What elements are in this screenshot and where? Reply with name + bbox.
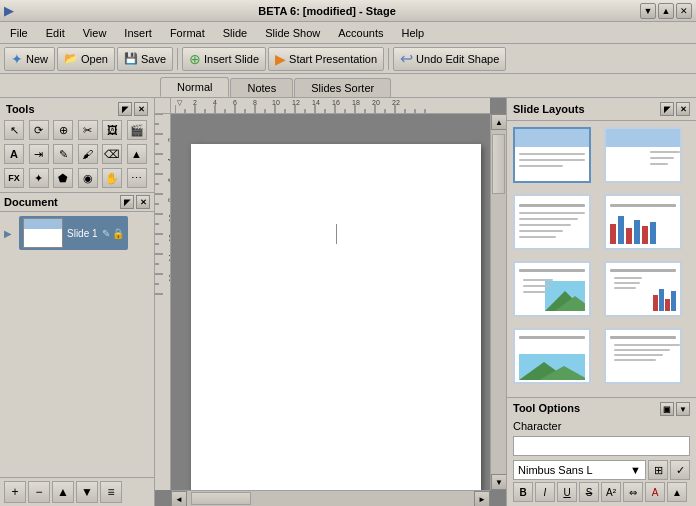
layout-lines-chart[interactable] xyxy=(604,261,682,317)
tool-image[interactable]: 🖼 xyxy=(102,120,122,140)
svg-text:14: 14 xyxy=(312,99,320,106)
slide-1-item[interactable]: Slide 1 ✎ 🔒 xyxy=(19,216,128,250)
tool-film[interactable]: 🎬 xyxy=(127,120,147,140)
layout-lines-only[interactable] xyxy=(513,194,591,250)
tools-float-button[interactable]: ◤ xyxy=(118,102,132,116)
slide-add-button[interactable]: + xyxy=(4,481,26,503)
layout-landscape[interactable] xyxy=(513,261,591,317)
tools-close-button[interactable]: ✕ xyxy=(134,102,148,116)
tool-options-float-button[interactable]: ▣ xyxy=(660,402,674,416)
tool-text[interactable]: A xyxy=(4,144,24,164)
tool-fill[interactable]: ▲ xyxy=(127,144,147,164)
tool-spray[interactable]: ◉ xyxy=(78,168,98,188)
insert-slide-button[interactable]: ⊕ Insert Slide xyxy=(182,47,266,71)
slide-thumb-blue xyxy=(24,219,62,229)
undo-edit-shape-icon: ↩ xyxy=(400,49,413,68)
tab-slides-sorter[interactable]: Slides Sorter xyxy=(294,78,391,97)
tool-zoom[interactable]: ⊕ xyxy=(53,120,73,140)
lt-line-5a xyxy=(519,269,585,272)
open-button[interactable]: 📂 Open xyxy=(57,47,115,71)
scroll-left-button[interactable]: ◄ xyxy=(171,491,187,506)
slide-remove-button[interactable]: − xyxy=(28,481,50,503)
lt-mountain-bottom xyxy=(519,354,585,380)
lt-mountain-bottom-svg xyxy=(519,354,585,380)
maximize-button[interactable]: ▲ xyxy=(658,3,674,19)
tool-brush[interactable]: 🖌 xyxy=(78,144,98,164)
layout-lines-right[interactable] xyxy=(604,328,682,384)
menu-edit[interactable]: Edit xyxy=(38,25,73,41)
font-preview-input[interactable] xyxy=(513,436,690,456)
scroll-thumb-h[interactable] xyxy=(191,492,251,505)
tool-hand[interactable]: ✋ xyxy=(102,168,122,188)
tool-crop[interactable]: ✂ xyxy=(78,120,98,140)
slide-layouts-header: Slide Layouts ◤ ✕ xyxy=(507,98,696,121)
slide-list: ▶ Slide 1 ✎ 🔒 xyxy=(0,212,154,477)
menu-insert[interactable]: Insert xyxy=(116,25,160,41)
superscript-button[interactable]: A² xyxy=(601,482,621,502)
tool-paint-bucket[interactable]: ⬟ xyxy=(53,168,73,188)
tab-normal[interactable]: Normal xyxy=(160,77,229,97)
toolbar: ✦ New 📂 Open 💾 Save ⊕ Insert Slide ▶ Sta… xyxy=(0,44,696,74)
layouts-close-button[interactable]: ✕ xyxy=(676,102,690,116)
start-presentation-button[interactable]: ▶ Start Presentation xyxy=(268,47,384,71)
font-more-button[interactable]: ⊞ xyxy=(648,460,668,480)
new-label: New xyxy=(26,53,48,65)
scroll-up-button[interactable]: ▲ xyxy=(491,114,506,130)
slide-canvas[interactable] xyxy=(191,144,481,490)
layout-title-content[interactable] xyxy=(513,127,591,183)
minimize-button[interactable]: ▼ xyxy=(640,3,656,19)
slide-list-button[interactable]: ≡ xyxy=(100,481,122,503)
tool-select[interactable]: ↖ xyxy=(4,120,24,140)
tool-color-picker[interactable]: ✦ xyxy=(29,168,49,188)
spacing-button[interactable]: ⇔ xyxy=(623,482,643,502)
slide-viewport xyxy=(171,114,490,490)
menu-file[interactable]: File xyxy=(2,25,36,41)
scroll-right-button[interactable]: ► xyxy=(474,491,490,506)
titlebar: ▶ BETA 6: [modified] - Stage ▼ ▲ ✕ xyxy=(0,0,696,22)
close-button[interactable]: ✕ xyxy=(676,3,692,19)
layouts-float-button[interactable]: ◤ xyxy=(660,102,674,116)
scrollbar-vertical[interactable]: ▲ ▼ xyxy=(490,114,506,490)
tool-pencil[interactable]: ✎ xyxy=(53,144,73,164)
right-panel: Slide Layouts ◤ ✕ xyxy=(506,98,696,506)
layout-bar-chart[interactable] xyxy=(604,194,682,250)
bold-button[interactable]: B xyxy=(513,482,533,502)
menu-accounts[interactable]: Accounts xyxy=(330,25,391,41)
tool-eraser[interactable]: ⌫ xyxy=(102,144,122,164)
menu-slide[interactable]: Slide xyxy=(215,25,255,41)
layout-title-lines[interactable] xyxy=(604,127,682,183)
italic-button[interactable]: I xyxy=(535,482,555,502)
insert-slide-icon: ⊕ xyxy=(189,51,201,67)
highlight-button[interactable]: ▲ xyxy=(667,482,687,502)
underline-button[interactable]: U xyxy=(557,482,577,502)
scroll-down-button[interactable]: ▼ xyxy=(491,474,506,490)
doc-float-button[interactable]: ◤ xyxy=(120,195,134,209)
menu-view[interactable]: View xyxy=(75,25,115,41)
font-apply-button[interactable]: ✓ xyxy=(670,460,690,480)
scroll-thumb-v[interactable] xyxy=(492,134,505,194)
tab-notes[interactable]: Notes xyxy=(230,78,293,97)
font-name-dropdown[interactable]: Nimbus Sans L ▼ xyxy=(513,460,646,480)
slide-down-button[interactable]: ▼ xyxy=(76,481,98,503)
tool-rotate[interactable]: ⟳ xyxy=(29,120,49,140)
strikethrough-button[interactable]: S xyxy=(579,482,599,502)
menu-format[interactable]: Format xyxy=(162,25,213,41)
save-button[interactable]: 💾 Save xyxy=(117,47,173,71)
tool-options-expand-button[interactable]: ▼ xyxy=(676,402,690,416)
doc-close-button[interactable]: ✕ xyxy=(136,195,150,209)
tools-panel: Tools ◤ ✕ ↖ ⟳ ⊕ ✂ 🖼 🎬 A ⇥ ✎ 🖌 ⌫ xyxy=(0,98,154,193)
tool-extra[interactable]: ⋯ xyxy=(127,168,147,188)
undo-edit-shape-button[interactable]: ↩ Undo Edit Shape xyxy=(393,47,506,71)
tools-label: Tools xyxy=(6,103,35,115)
tool-fx[interactable]: FX xyxy=(4,168,24,188)
menu-help[interactable]: Help xyxy=(393,25,432,41)
slide-up-button[interactable]: ▲ xyxy=(52,481,74,503)
tool-tab[interactable]: ⇥ xyxy=(29,144,49,164)
svg-text:16: 16 xyxy=(332,99,340,106)
new-button[interactable]: ✦ New xyxy=(4,47,55,71)
layout-photo-bottom[interactable] xyxy=(513,328,591,384)
scrollbar-horizontal[interactable]: ◄ ► xyxy=(171,490,490,506)
start-presentation-label: Start Presentation xyxy=(289,53,377,65)
color-button[interactable]: A xyxy=(645,482,665,502)
menu-slideshow[interactable]: Slide Show xyxy=(257,25,328,41)
